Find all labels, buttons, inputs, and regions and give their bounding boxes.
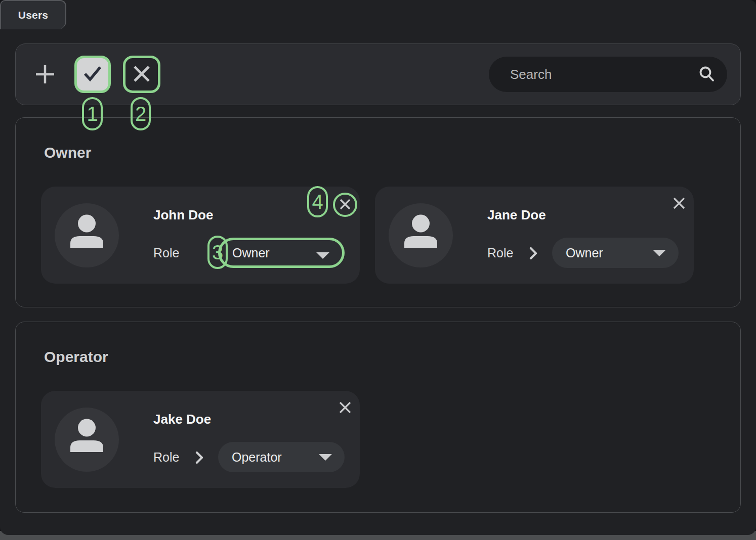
role-value: Owner bbox=[232, 246, 270, 260]
section-owner-title: Owner bbox=[44, 144, 91, 161]
user-card-jake-doe: Jake Doe Role Operator bbox=[41, 391, 360, 488]
avatar bbox=[55, 408, 119, 472]
search-input[interactable] bbox=[489, 57, 727, 92]
caret-down-icon bbox=[319, 454, 332, 461]
check-icon bbox=[82, 65, 103, 84]
user-name: John Doe bbox=[153, 207, 213, 223]
person-icon bbox=[55, 260, 119, 267]
jake-doe-role-dropdown[interactable]: Operator bbox=[218, 442, 345, 472]
avatar bbox=[389, 203, 453, 267]
caret-down-icon bbox=[653, 250, 666, 256]
person-icon bbox=[389, 260, 453, 267]
section-operator: Operator Jake Doe Role Operator bbox=[15, 322, 741, 513]
role-value: Operator bbox=[232, 450, 282, 465]
user-name: Jane Doe bbox=[487, 207, 546, 223]
users-screen: Users bbox=[0, 0, 756, 535]
section-owner: Owner John Doe Role Owner bbox=[15, 117, 741, 307]
tab-users-label: Users bbox=[18, 9, 48, 21]
annotation-marker-1: 1 bbox=[82, 97, 103, 130]
close-icon bbox=[340, 199, 351, 211]
role-label: Role bbox=[487, 246, 513, 260]
cancel-button[interactable] bbox=[123, 56, 160, 93]
avatar bbox=[55, 203, 119, 267]
toolbar bbox=[15, 43, 741, 105]
role-label: Role bbox=[153, 450, 179, 465]
user-card-jane-doe: Jane Doe Role Owner bbox=[375, 187, 694, 284]
annotation-marker-2: 2 bbox=[131, 97, 151, 130]
caret-down-icon bbox=[316, 252, 329, 259]
tab-users[interactable]: Users bbox=[0, 0, 66, 29]
close-icon bbox=[339, 401, 351, 415]
close-icon bbox=[133, 65, 151, 84]
add-user-button[interactable] bbox=[34, 64, 56, 86]
close-icon bbox=[673, 197, 685, 211]
person-icon bbox=[55, 465, 119, 472]
chevron-right-icon bbox=[529, 247, 538, 261]
role-label: Role bbox=[153, 246, 179, 260]
section-operator-title: Operator bbox=[44, 348, 108, 366]
jake-doe-remove-button[interactable] bbox=[336, 399, 354, 417]
chevron-right-icon bbox=[195, 452, 204, 466]
plus-icon bbox=[34, 63, 56, 87]
search-icon[interactable] bbox=[698, 65, 716, 85]
jane-doe-remove-button[interactable] bbox=[670, 195, 688, 213]
confirm-button[interactable] bbox=[74, 56, 111, 93]
role-value: Owner bbox=[566, 246, 603, 260]
annotation-marker-4: 4 bbox=[307, 186, 328, 217]
user-name: Jake Doe bbox=[153, 412, 211, 427]
john-doe-remove-button[interactable] bbox=[333, 193, 357, 217]
annotation-marker-3: 3 bbox=[207, 236, 228, 269]
jane-doe-role-dropdown[interactable]: Owner bbox=[552, 238, 679, 268]
search-box bbox=[489, 57, 727, 92]
john-doe-role-dropdown[interactable]: Owner bbox=[218, 238, 345, 268]
